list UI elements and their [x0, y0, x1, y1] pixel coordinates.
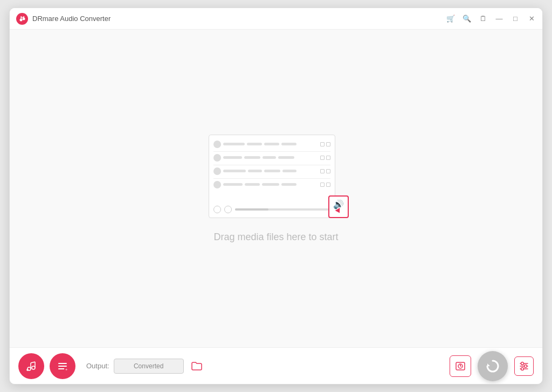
main-window: DRmare Audio Converter 🛒 🔍 🗒 — □ ✕: [9, 8, 543, 384]
drop-text: Drag media files here to start: [213, 232, 338, 243]
convert-button[interactable]: [478, 351, 508, 381]
app-logo: [16, 13, 28, 25]
svg-rect-13: [58, 366, 67, 367]
titlebar: DRmare Audio Converter 🛒 🔍 🗒 — □ ✕: [10, 8, 542, 30]
output-section: Output: Converted: [86, 358, 205, 375]
output-label: Output:: [86, 362, 109, 370]
drop-zone[interactable]: 🔊 Drag media files here to start: [209, 135, 343, 243]
app-title: DRmare Audio Converter: [32, 15, 446, 23]
settings-button[interactable]: [514, 356, 534, 376]
cart-icon[interactable]: 🛒: [446, 15, 455, 23]
svg-point-25: [521, 362, 524, 365]
svg-marker-21: [487, 363, 490, 366]
window-controls: 🛒 🔍 🗒 — □ ✕: [446, 15, 536, 23]
main-content: 🔊 Drag media files here to start: [10, 30, 542, 347]
svg-rect-4: [21, 17, 25, 17]
doc-icon[interactable]: 🗒: [479, 15, 487, 23]
svg-point-26: [525, 365, 527, 367]
svg-point-27: [521, 367, 524, 370]
svg-text:+: +: [65, 367, 68, 372]
svg-line-9: [31, 362, 35, 363]
right-controls: [450, 351, 534, 381]
minimize-button[interactable]: —: [495, 15, 503, 23]
menu-button[interactable]: +: [50, 353, 75, 379]
svg-rect-2: [21, 16, 22, 20]
sound-badge: 🔊: [328, 195, 349, 218]
maximize-button[interactable]: □: [511, 15, 520, 23]
open-folder-button[interactable]: [188, 358, 205, 375]
output-path-input[interactable]: Converted: [114, 359, 184, 374]
svg-rect-12: [58, 363, 67, 364]
bottom-bar: + Output: Converted: [10, 347, 542, 384]
search-icon[interactable]: 🔍: [463, 15, 471, 23]
svg-point-6: [32, 366, 35, 369]
close-button[interactable]: ✕: [527, 15, 536, 23]
add-music-button[interactable]: [18, 353, 44, 379]
history-button[interactable]: [450, 355, 471, 377]
drop-illustration: 🔊: [209, 135, 343, 221]
